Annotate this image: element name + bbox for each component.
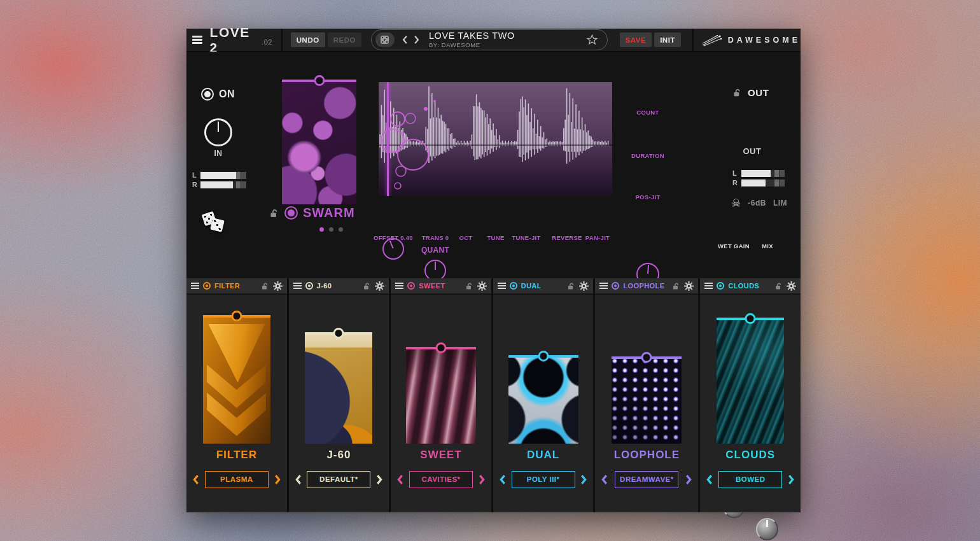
randomize-dice-button[interactable] [203, 209, 231, 237]
in-meter-l [200, 172, 246, 179]
pos-jit-knob-label: POS-JIT [622, 193, 673, 200]
in-meter-l-label: L [192, 171, 197, 179]
next-module-preset-icon[interactable] [788, 474, 795, 485]
out-unlock-icon[interactable] [732, 88, 742, 97]
favorite-star-icon[interactable] [585, 33, 599, 46]
module-unlock-icon[interactable] [774, 282, 783, 290]
prev-module-preset-icon[interactable] [396, 474, 403, 485]
prev-module-preset-icon[interactable] [192, 474, 199, 485]
module-clouds-header: CLOUDS [700, 278, 801, 295]
next-module-preset-icon[interactable] [376, 474, 383, 485]
next-module-preset-icon[interactable] [580, 474, 587, 485]
module-preset-name[interactable]: DEFAULT* [307, 471, 370, 488]
preset-browser[interactable]: LOVE TAKES TWO BY: DAWESOME [371, 29, 608, 50]
skull-icon[interactable]: ☠ [731, 197, 741, 209]
module-title: LOOPHOLE [595, 449, 698, 461]
module-image-handle[interactable] [406, 347, 476, 349]
module-power-icon[interactable] [510, 282, 517, 290]
module-image-handle[interactable] [612, 356, 682, 359]
module-artwork [203, 316, 270, 444]
offset-knob[interactable] [382, 238, 404, 260]
redo-button[interactable]: REDO [328, 32, 361, 47]
module-preset-selector: BOWED [706, 470, 795, 488]
module-preset-name[interactable]: CAVITIES* [409, 471, 473, 488]
preset-info[interactable]: LOVE TAKES TWO BY: DAWESOME [429, 31, 515, 48]
module-artwork [508, 356, 578, 444]
module-menu-icon[interactable] [704, 283, 713, 289]
next-module-preset-icon[interactable] [274, 474, 281, 485]
module-unlock-icon[interactable] [672, 282, 680, 290]
undo-button[interactable]: UNDO [291, 32, 325, 47]
module-unlock-icon[interactable] [363, 282, 371, 290]
swarm-unlock-icon[interactable] [269, 208, 279, 218]
module-sweet-header: SWEET [391, 278, 491, 295]
swarm-image-pad[interactable] [282, 81, 356, 204]
module-menu-icon[interactable] [293, 283, 302, 289]
module-preset-name[interactable]: PLASMA [205, 471, 269, 488]
playhead[interactable] [387, 82, 389, 196]
module-menu-icon[interactable] [191, 283, 199, 289]
random-preset-button[interactable] [375, 32, 395, 47]
next-module-preset-icon[interactable] [479, 474, 486, 485]
swarm-image-handle[interactable] [282, 80, 356, 82]
main-menu-icon[interactable] [192, 36, 202, 44]
quant-label[interactable]: QUANT [410, 246, 461, 255]
module-power-icon[interactable] [717, 282, 724, 290]
init-button[interactable]: INIT [654, 32, 681, 47]
module-power-icon[interactable] [203, 282, 211, 290]
module-preset-name[interactable]: BOWED [718, 471, 782, 488]
next-module-preset-icon[interactable] [685, 474, 692, 485]
module-image-pad[interactable] [203, 316, 270, 444]
module-settings-gear-icon[interactable] [477, 281, 487, 291]
in-gain-knob[interactable] [204, 118, 232, 146]
module-preset-name[interactable]: DREAMWAVE* [615, 471, 678, 488]
module-dual-header: DUAL [493, 278, 594, 295]
module-image-pad[interactable] [406, 348, 476, 444]
module-image-handle[interactable] [305, 332, 372, 335]
swarm-power-icon[interactable] [284, 206, 298, 220]
module-settings-gear-icon[interactable] [579, 281, 589, 291]
save-button[interactable]: SAVE [620, 32, 652, 47]
out-meter-l-label: L [732, 169, 737, 177]
module-power-icon[interactable] [407, 282, 415, 290]
prev-module-preset-icon[interactable] [499, 474, 506, 485]
prev-preset-icon[interactable] [402, 35, 408, 45]
module-power-icon[interactable] [612, 282, 619, 290]
swarm-title: SWARM [303, 206, 355, 220]
limiter-label[interactable]: LIM [773, 199, 787, 207]
topbar-divider [281, 29, 283, 51]
out-knob-label: OUT [737, 146, 767, 156]
module-settings-gear-icon[interactable] [273, 281, 283, 291]
engine-on-toggle[interactable]: ON [201, 88, 235, 101]
waveform-display[interactable] [379, 82, 612, 196]
module-menu-icon[interactable] [498, 283, 506, 289]
module-image-pad[interactable] [717, 319, 784, 444]
module-unlock-icon[interactable] [567, 282, 575, 290]
module-settings-gear-icon[interactable] [684, 281, 694, 291]
module-unlock-icon[interactable] [465, 282, 473, 290]
module-unlock-icon[interactable] [261, 282, 269, 290]
module-menu-icon[interactable] [395, 283, 403, 289]
prev-module-preset-icon[interactable] [601, 474, 608, 485]
module-settings-gear-icon[interactable] [375, 281, 384, 291]
module-menu-icon[interactable] [599, 283, 608, 289]
prev-module-preset-icon[interactable] [706, 474, 713, 485]
module-header-title: FILTER [214, 282, 240, 290]
module-header-title: J-60 [317, 282, 332, 290]
mix-knob[interactable] [756, 518, 778, 540]
out-header: OUT [732, 87, 769, 98]
module-preset-name[interactable]: POLY III* [512, 471, 575, 488]
module-image-pad[interactable] [612, 358, 682, 444]
module-power-icon[interactable] [305, 282, 313, 290]
limiter-db-value[interactable]: -6dB [748, 199, 766, 207]
module-image-handle[interactable] [508, 355, 578, 358]
module-settings-gear-icon[interactable] [787, 281, 796, 291]
in-meter-r [200, 181, 246, 188]
prev-module-preset-icon[interactable] [295, 474, 302, 485]
swarm-page-dots[interactable] [319, 227, 343, 232]
module-image-pad[interactable] [508, 356, 578, 444]
module-image-pad[interactable] [305, 334, 372, 444]
module-image-handle[interactable] [717, 318, 784, 320]
module-image-handle[interactable] [203, 315, 270, 318]
next-preset-icon[interactable] [414, 35, 420, 45]
